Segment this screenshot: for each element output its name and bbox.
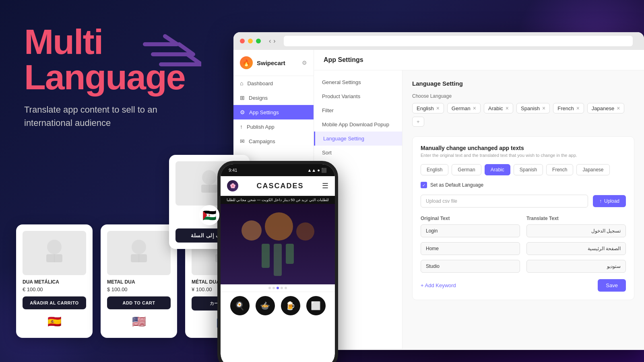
publish-icon: ↑ [240, 123, 243, 130]
lang-btn-arabic[interactable]: Arabic [485, 164, 510, 175]
lang-btn-german[interactable]: German [452, 164, 481, 175]
lang-tag-english-remove[interactable]: × [436, 105, 440, 111]
settings-nav-popup[interactable]: Mobile App Download Popup [314, 117, 402, 132]
lang-tag-french-remove[interactable]: × [576, 105, 580, 111]
settings-nav-sort[interactable]: Sort [314, 146, 402, 160]
browser-url-bar[interactable] [284, 36, 633, 46]
sidebar-item-designs[interactable]: ⊞ Designs [233, 90, 314, 105]
trans-row-studio [421, 260, 626, 273]
lang-tag-arabic[interactable]: Arabic × [484, 103, 513, 113]
lang-tag-add[interactable]: + [412, 117, 424, 127]
sidebar-item-publish-app[interactable]: ↑ Publish App [233, 119, 314, 134]
settings-nav-language[interactable]: Language Setting [314, 132, 402, 146]
browser-navigation: ‹ › [269, 37, 276, 45]
phone-icons-row: 🍳 🍲 🍺 ⬜ [221, 292, 335, 319]
add-keyword-button[interactable]: + Add Keyword [421, 279, 456, 292]
default-lang-checkbox[interactable]: ✓ [421, 182, 427, 188]
dot-4 [281, 287, 283, 289]
product-img-english [107, 231, 171, 275]
dot-1 [268, 287, 271, 289]
browser-dot-green[interactable] [256, 39, 261, 43]
product-card-spanish: DUA METÁLICA € 100.00 AÑADIR AL CARRITO … [16, 224, 93, 338]
product-name-spanish: DUA METÁLICA [23, 279, 86, 285]
manual-subtitle: Enter the original text and the translat… [421, 153, 626, 158]
campaigns-icon: ✉ [240, 138, 245, 144]
sidebar-item-campaigns[interactable]: ✉ Campaigns [233, 134, 314, 148]
translated-home[interactable] [526, 242, 626, 255]
designs-icon: ⊞ [240, 95, 245, 101]
translation-table [421, 224, 626, 273]
left-panel: Multi Language Translate app content to … [24, 24, 225, 130]
settings-nav-filter[interactable]: Filter [314, 103, 402, 117]
product-price-spanish: € 100.00 [23, 286, 86, 292]
browser-forward-btn[interactable]: › [273, 37, 275, 45]
svg-point-3 [132, 240, 146, 254]
flag-western-sahara: 🇪🇭 [199, 205, 219, 225]
dot-5 [285, 287, 287, 289]
lang-tag-japanese-remove[interactable]: × [617, 105, 620, 111]
sidebar-item-app-settings[interactable]: ⚙ App Settings [233, 105, 314, 119]
translation-headers: Original Text Translate Text [421, 216, 626, 224]
lang-tag-german[interactable]: German × [447, 103, 481, 113]
lang-tag-french[interactable]: French × [553, 103, 584, 113]
lang-btn-english[interactable]: English [421, 164, 448, 175]
lang-tag-arabic-remove[interactable]: × [506, 105, 509, 111]
add-to-cart-spanish[interactable]: AÑADIR AL CARRITO [23, 296, 86, 309]
bottom-actions: + Add Keyword Save [421, 279, 626, 292]
default-lang-label: Set as Default Language [430, 182, 483, 188]
lang-btn-spanish[interactable]: Spanish [514, 164, 543, 175]
phone-icon-rect[interactable]: ⬜ [306, 296, 326, 315]
translated-login[interactable] [526, 224, 626, 237]
dot-2 [272, 287, 275, 289]
svg-point-9 [202, 170, 217, 185]
phone-icon-beer[interactable]: 🍺 [281, 296, 300, 315]
sidebar-title: Swipecart [257, 60, 285, 66]
sidebar-item-dashboard[interactable]: ⌂ Dashboard [233, 76, 314, 90]
product-name-english: METAL DUA [107, 279, 171, 285]
manual-section: Manually change unchanged app texts Ente… [412, 136, 634, 300]
browser-dot-red[interactable] [240, 39, 245, 43]
lang-tag-german-remove[interactable]: × [473, 105, 476, 111]
translated-studio[interactable] [526, 260, 626, 273]
upload-button[interactable]: ↑ Upload [593, 195, 626, 207]
hero-subtitle: Translate app content to sell to an inte… [24, 103, 177, 130]
flag-spanish: 🇪🇸 [45, 313, 63, 330]
language-section-title: Language Setting [412, 80, 634, 87]
svg-point-0 [47, 240, 62, 254]
app-settings-icon: ⚙ [240, 109, 245, 115]
phone-icon-pot[interactable]: 🍲 [256, 296, 275, 315]
original-login[interactable] [421, 224, 520, 237]
lang-tag-japanese[interactable]: Japanese × [587, 103, 625, 113]
settings-nav-general[interactable]: General Settings [314, 75, 402, 89]
phone-product-image [221, 204, 335, 284]
browser-dot-yellow[interactable] [248, 39, 253, 43]
lang-tag-spanish[interactable]: Spanish × [516, 103, 550, 113]
lang-tag-spanish-remove[interactable]: × [542, 105, 545, 111]
phone-screen: 9:41 ▲▲ ● ⬛ 🌸 CASCADES ☰ للطلبات التي تز… [221, 164, 335, 362]
store-name: CASCADES [256, 182, 303, 190]
phone-icon-grill[interactable]: 🍳 [230, 296, 250, 315]
manual-title: Manually change unchanged app texts [421, 145, 626, 151]
trans-row-login [421, 224, 626, 237]
lang-btn-japanese[interactable]: Japanese [576, 164, 609, 175]
flag-english: 🇺🇸 [130, 313, 148, 330]
phone-carousel-dots [221, 284, 335, 292]
original-studio[interactable] [421, 260, 520, 273]
app-settings-header: App Settings [314, 50, 644, 70]
product-price-english: $ 100.00 [107, 286, 171, 292]
phone-nav-bar: 🌸 CASCADES ☰ [221, 176, 335, 196]
save-button[interactable]: Save [598, 279, 626, 292]
product-card-english: METAL DUA $ 100.00 ADD TO CART 🇺🇸 [101, 224, 177, 338]
settings-nav-variants[interactable]: Product Variants [314, 89, 402, 103]
add-to-cart-english[interactable]: ADD TO CART [107, 296, 171, 309]
original-text-header: Original Text [421, 216, 520, 221]
product-img-spanish [23, 231, 86, 275]
original-home[interactable] [421, 242, 520, 255]
lang-tag-english[interactable]: English × [412, 103, 444, 113]
phone-menu-icon[interactable]: ☰ [322, 181, 328, 190]
sidebar-gear-icon[interactable]: ⚙ [302, 60, 307, 66]
browser-back-btn[interactable]: ‹ [269, 37, 271, 45]
upload-csv-input[interactable]: Upload csv file [421, 195, 588, 208]
lang-btn-french[interactable]: French [546, 164, 573, 175]
phone-signals: ▲▲ ● ⬛ [307, 168, 327, 173]
